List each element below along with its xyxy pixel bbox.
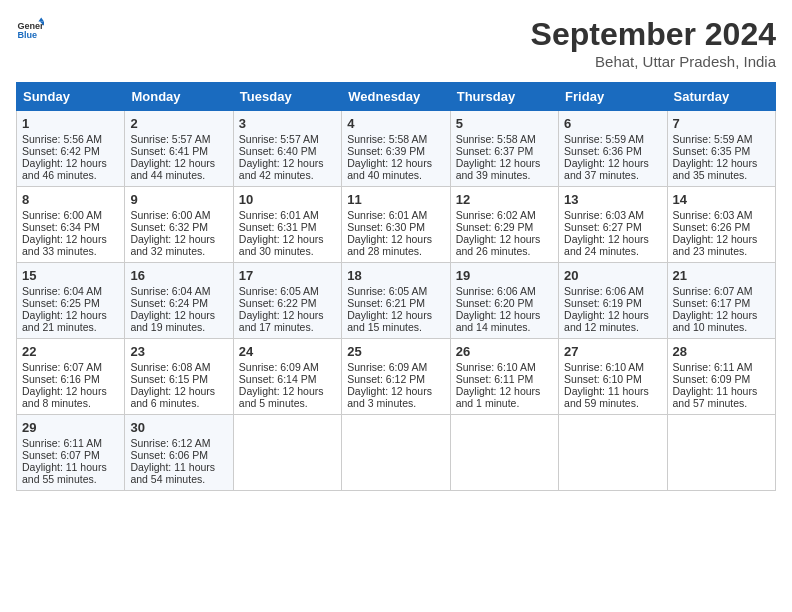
day-number: 14 xyxy=(673,192,770,207)
calendar-cell: 7Sunrise: 5:59 AMSunset: 6:35 PMDaylight… xyxy=(667,111,775,187)
calendar-cell: 6Sunrise: 5:59 AMSunset: 6:36 PMDaylight… xyxy=(559,111,667,187)
day-number: 10 xyxy=(239,192,336,207)
calendar-cell: 24Sunrise: 6:09 AMSunset: 6:14 PMDayligh… xyxy=(233,339,341,415)
svg-marker-2 xyxy=(38,17,44,21)
calendar-cell: 25Sunrise: 6:09 AMSunset: 6:12 PMDayligh… xyxy=(342,339,450,415)
calendar-cell xyxy=(450,415,558,491)
day-number: 27 xyxy=(564,344,661,359)
calendar-cell xyxy=(233,415,341,491)
calendar-cell: 20Sunrise: 6:06 AMSunset: 6:19 PMDayligh… xyxy=(559,263,667,339)
logo: General Blue xyxy=(16,16,44,44)
day-number: 21 xyxy=(673,268,770,283)
month-title: September 2024 xyxy=(531,16,776,53)
day-number: 30 xyxy=(130,420,227,435)
calendar-cell: 14Sunrise: 6:03 AMSunset: 6:26 PMDayligh… xyxy=(667,187,775,263)
calendar-cell xyxy=(667,415,775,491)
day-number: 25 xyxy=(347,344,444,359)
calendar-cell: 5Sunrise: 5:58 AMSunset: 6:37 PMDaylight… xyxy=(450,111,558,187)
calendar-cell: 12Sunrise: 6:02 AMSunset: 6:29 PMDayligh… xyxy=(450,187,558,263)
calendar-cell: 11Sunrise: 6:01 AMSunset: 6:30 PMDayligh… xyxy=(342,187,450,263)
header-monday: Monday xyxy=(125,83,233,111)
calendar-cell: 17Sunrise: 6:05 AMSunset: 6:22 PMDayligh… xyxy=(233,263,341,339)
logo-icon: General Blue xyxy=(16,16,44,44)
calendar-cell: 4Sunrise: 5:58 AMSunset: 6:39 PMDaylight… xyxy=(342,111,450,187)
header-tuesday: Tuesday xyxy=(233,83,341,111)
day-number: 8 xyxy=(22,192,119,207)
calendar-row: 1Sunrise: 5:56 AMSunset: 6:42 PMDaylight… xyxy=(17,111,776,187)
header-friday: Friday xyxy=(559,83,667,111)
day-number: 29 xyxy=(22,420,119,435)
day-number: 11 xyxy=(347,192,444,207)
calendar-cell: 22Sunrise: 6:07 AMSunset: 6:16 PMDayligh… xyxy=(17,339,125,415)
calendar-table: Sunday Monday Tuesday Wednesday Thursday… xyxy=(16,82,776,491)
day-number: 23 xyxy=(130,344,227,359)
day-number: 4 xyxy=(347,116,444,131)
location-subtitle: Behat, Uttar Pradesh, India xyxy=(531,53,776,70)
header-thursday: Thursday xyxy=(450,83,558,111)
calendar-cell: 23Sunrise: 6:08 AMSunset: 6:15 PMDayligh… xyxy=(125,339,233,415)
day-number: 5 xyxy=(456,116,553,131)
calendar-cell: 28Sunrise: 6:11 AMSunset: 6:09 PMDayligh… xyxy=(667,339,775,415)
calendar-cell: 16Sunrise: 6:04 AMSunset: 6:24 PMDayligh… xyxy=(125,263,233,339)
calendar-row: 22Sunrise: 6:07 AMSunset: 6:16 PMDayligh… xyxy=(17,339,776,415)
day-number: 6 xyxy=(564,116,661,131)
day-number: 28 xyxy=(673,344,770,359)
day-number: 15 xyxy=(22,268,119,283)
calendar-cell: 18Sunrise: 6:05 AMSunset: 6:21 PMDayligh… xyxy=(342,263,450,339)
calendar-cell: 15Sunrise: 6:04 AMSunset: 6:25 PMDayligh… xyxy=(17,263,125,339)
calendar-cell: 13Sunrise: 6:03 AMSunset: 6:27 PMDayligh… xyxy=(559,187,667,263)
day-number: 24 xyxy=(239,344,336,359)
calendar-row: 29Sunrise: 6:11 AMSunset: 6:07 PMDayligh… xyxy=(17,415,776,491)
calendar-cell: 2Sunrise: 5:57 AMSunset: 6:41 PMDaylight… xyxy=(125,111,233,187)
calendar-cell: 3Sunrise: 5:57 AMSunset: 6:40 PMDaylight… xyxy=(233,111,341,187)
day-number: 16 xyxy=(130,268,227,283)
day-number: 17 xyxy=(239,268,336,283)
calendar-cell: 8Sunrise: 6:00 AMSunset: 6:34 PMDaylight… xyxy=(17,187,125,263)
calendar-cell: 10Sunrise: 6:01 AMSunset: 6:31 PMDayligh… xyxy=(233,187,341,263)
day-number: 1 xyxy=(22,116,119,131)
calendar-cell: 30Sunrise: 6:12 AMSunset: 6:06 PMDayligh… xyxy=(125,415,233,491)
calendar-row: 8Sunrise: 6:00 AMSunset: 6:34 PMDaylight… xyxy=(17,187,776,263)
calendar-cell xyxy=(342,415,450,491)
header-wednesday: Wednesday xyxy=(342,83,450,111)
day-number: 19 xyxy=(456,268,553,283)
day-number: 22 xyxy=(22,344,119,359)
header-row: Sunday Monday Tuesday Wednesday Thursday… xyxy=(17,83,776,111)
header-saturday: Saturday xyxy=(667,83,775,111)
day-number: 3 xyxy=(239,116,336,131)
day-number: 9 xyxy=(130,192,227,207)
svg-text:Blue: Blue xyxy=(17,30,37,40)
day-number: 26 xyxy=(456,344,553,359)
header-sunday: Sunday xyxy=(17,83,125,111)
title-block: September 2024 Behat, Uttar Pradesh, Ind… xyxy=(531,16,776,70)
calendar-cell: 26Sunrise: 6:10 AMSunset: 6:11 PMDayligh… xyxy=(450,339,558,415)
day-number: 20 xyxy=(564,268,661,283)
page-header: General Blue September 2024 Behat, Uttar… xyxy=(16,16,776,70)
calendar-row: 15Sunrise: 6:04 AMSunset: 6:25 PMDayligh… xyxy=(17,263,776,339)
calendar-cell: 9Sunrise: 6:00 AMSunset: 6:32 PMDaylight… xyxy=(125,187,233,263)
calendar-cell xyxy=(559,415,667,491)
svg-text:General: General xyxy=(17,21,44,31)
calendar-cell: 1Sunrise: 5:56 AMSunset: 6:42 PMDaylight… xyxy=(17,111,125,187)
day-number: 18 xyxy=(347,268,444,283)
day-number: 13 xyxy=(564,192,661,207)
calendar-cell: 27Sunrise: 6:10 AMSunset: 6:10 PMDayligh… xyxy=(559,339,667,415)
calendar-cell: 19Sunrise: 6:06 AMSunset: 6:20 PMDayligh… xyxy=(450,263,558,339)
calendar-cell: 21Sunrise: 6:07 AMSunset: 6:17 PMDayligh… xyxy=(667,263,775,339)
day-number: 7 xyxy=(673,116,770,131)
day-number: 2 xyxy=(130,116,227,131)
calendar-cell: 29Sunrise: 6:11 AMSunset: 6:07 PMDayligh… xyxy=(17,415,125,491)
day-number: 12 xyxy=(456,192,553,207)
